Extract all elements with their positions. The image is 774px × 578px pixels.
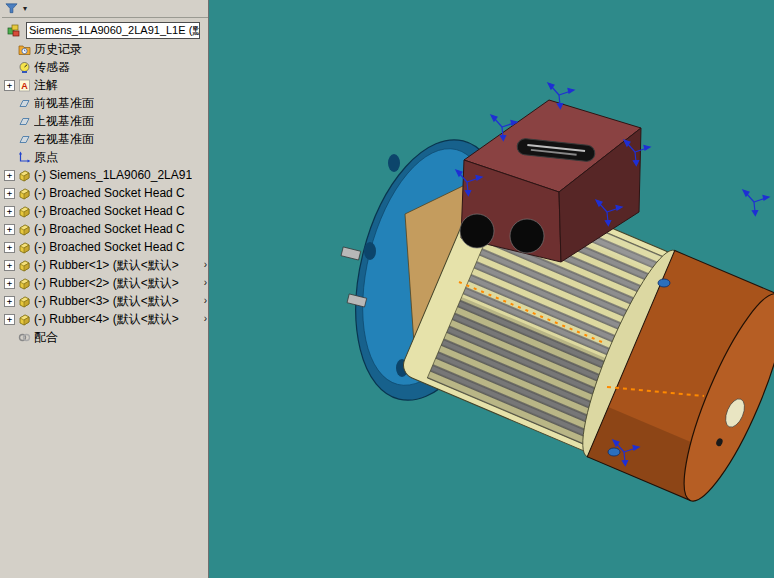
cable-gland-hole	[510, 219, 544, 253]
tree-item-sensors[interactable]: 传感器	[2, 58, 208, 76]
svg-text:A: A	[21, 81, 28, 91]
tree-item-annotations[interactable]: + A 注解	[2, 76, 208, 94]
tree-item-component-broached-2[interactable]: + (-) Broached Socket Head C	[2, 202, 208, 220]
part-icon	[18, 295, 31, 308]
feature-manager-panel: ▾ Siemens_1LA9060_2LA91_L1E (默 历	[2, 0, 209, 578]
expand-icon[interactable]: +	[4, 224, 15, 235]
part-icon	[18, 241, 31, 254]
flange-bolt-hole	[364, 242, 376, 260]
tree-item-component-rubber-4[interactable]: + (-) Rubber<4> (默认<默认> ›	[2, 310, 208, 328]
part-icon	[18, 277, 31, 290]
filter-funnel-icon[interactable]	[5, 2, 18, 15]
history-folder-icon	[18, 43, 31, 56]
screw-head[interactable]	[608, 448, 620, 456]
expand-icon[interactable]: +	[4, 170, 15, 181]
solidworks-window: ▾ Siemens_1LA9060_2LA91_L1E (默 历	[0, 0, 774, 578]
tree-item-history[interactable]: 历史记录	[2, 40, 208, 58]
tree-filter-bar: ▾	[2, 0, 208, 18]
part-icon	[18, 259, 31, 272]
tree-item-component-broached-4[interactable]: + (-) Broached Socket Head C	[2, 238, 208, 256]
tree-item-component-rubber-1[interactable]: + (-) Rubber<1> (默认<默认> ›	[2, 256, 208, 274]
tree-item-mates[interactable]: 配合	[2, 328, 208, 346]
plane-icon	[18, 133, 31, 146]
tree-item-right-plane[interactable]: 右视基准面	[2, 130, 208, 148]
part-icon	[18, 205, 31, 218]
label-overflow-icon: ›	[204, 259, 207, 270]
screw-head[interactable]	[658, 279, 670, 287]
cable-gland-hole	[460, 214, 494, 248]
part-icon	[18, 187, 31, 200]
tree-item-component-broached-3[interactable]: + (-) Broached Socket Head C	[2, 220, 208, 238]
tree-item-top-plane[interactable]: 上视基准面	[2, 112, 208, 130]
expand-icon[interactable]: +	[4, 260, 15, 271]
part-icon	[18, 313, 31, 326]
plane-icon	[18, 97, 31, 110]
feature-tree: Siemens_1LA9060_2LA91_L1E (默 历史记录	[2, 18, 208, 346]
plane-icon	[18, 115, 31, 128]
expand-icon[interactable]: +	[4, 188, 15, 199]
sensor-icon	[18, 61, 31, 74]
tree-item-component-rubber-3[interactable]: + (-) Rubber<3> (默认<默认> ›	[2, 292, 208, 310]
filter-dropdown-icon[interactable]: ▾	[23, 5, 27, 13]
expand-icon[interactable]: +	[4, 278, 15, 289]
label-overflow-icon: ›	[204, 313, 207, 324]
tree-root-assembly[interactable]: Siemens_1LA9060_2LA91_L1E (默	[2, 21, 208, 40]
expand-icon[interactable]: +	[4, 296, 15, 307]
tree-item-component-broached-1[interactable]: + (-) Broached Socket Head C	[2, 184, 208, 202]
motor-assembly-view	[209, 0, 774, 578]
assembly-icon	[7, 24, 20, 37]
tree-item-origin[interactable]: 原点	[2, 148, 208, 166]
expand-icon[interactable]: +	[4, 80, 15, 91]
graphics-viewport[interactable]	[209, 0, 774, 578]
expand-icon[interactable]: +	[4, 242, 15, 253]
tree-item-front-plane[interactable]: 前视基准面	[2, 94, 208, 112]
origin-icon	[18, 151, 31, 164]
tree-item-component-siemens[interactable]: + (-) Siemens_1LA9060_2LA91	[2, 166, 208, 184]
tree-item-component-rubber-2[interactable]: + (-) Rubber<2> (默认<默认> ›	[2, 274, 208, 292]
part-icon	[18, 223, 31, 236]
expand-icon[interactable]: +	[4, 314, 15, 325]
label-overflow-icon: ›	[204, 277, 207, 288]
flange-bolt-hole	[388, 154, 400, 172]
expand-icon[interactable]: +	[4, 206, 15, 217]
part-icon	[18, 169, 31, 182]
mates-icon	[18, 331, 31, 344]
annotation-icon: A	[18, 79, 31, 92]
label-overflow-icon: ›	[204, 295, 207, 306]
root-assembly-label[interactable]: Siemens_1LA9060_2LA91_L1E (默	[26, 22, 200, 39]
